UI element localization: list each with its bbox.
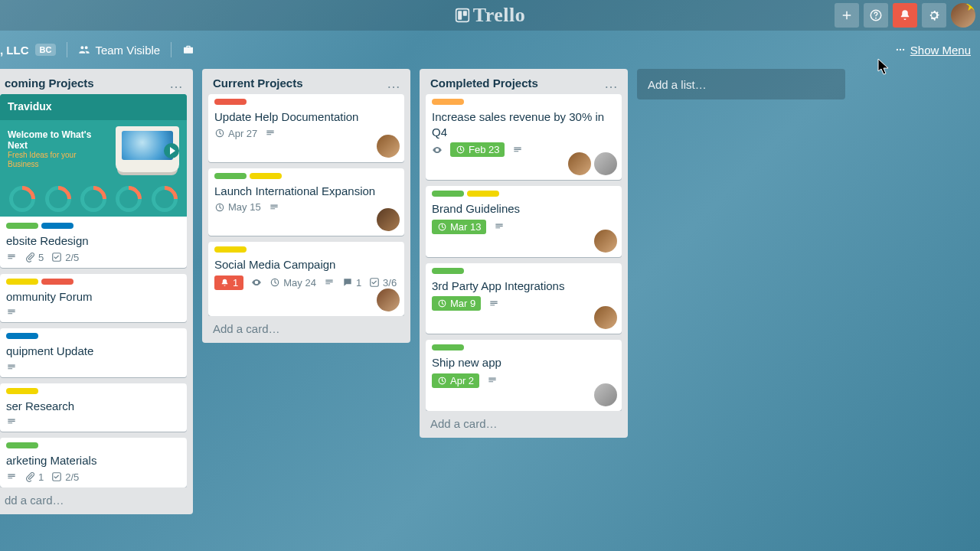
card-labels [6, 223, 181, 229]
notifications-button[interactable] [893, 3, 917, 28]
label-orange[interactable] [432, 99, 464, 105]
card-labels [6, 388, 181, 394]
member-avatar[interactable] [377, 289, 400, 311]
board-org[interactable]: , LLC BC [0, 44, 56, 57]
description-icon [269, 202, 279, 213]
label-green[interactable] [6, 223, 38, 229]
card[interactable]: Social Media Campaign1May 2413/6 [208, 242, 404, 316]
card[interactable]: ommunity Forum [0, 274, 187, 323]
checklist-icon [51, 471, 62, 482]
plus-icon [840, 8, 854, 22]
label-red[interactable] [41, 279, 74, 285]
label-green[interactable] [432, 191, 464, 197]
due-badge: Mar 13 [432, 220, 486, 234]
add-card-button[interactable]: dd a card… [0, 487, 187, 508]
description-icon [6, 416, 17, 427]
label-green[interactable] [432, 268, 464, 274]
card[interactable]: quipment Update [0, 328, 187, 377]
user-avatar[interactable] [951, 3, 975, 28]
label-yellow[interactable] [6, 279, 38, 285]
card[interactable]: Update Help DocumentationApr 27 [208, 94, 404, 162]
settings-button[interactable] [922, 3, 946, 28]
due-badge: Apr 2 [432, 373, 479, 388]
check-count: 2/5 [65, 252, 79, 263]
card-title: Launch International Expansion [214, 184, 398, 199]
description-icon [494, 221, 505, 232]
list-menu-button[interactable]: … [387, 80, 401, 87]
member-avatar[interactable] [594, 152, 617, 175]
attach-count: 1 [38, 471, 44, 483]
app-logo[interactable]: Trello [455, 4, 525, 27]
card-badges: May 15 [214, 201, 398, 213]
add-list-button[interactable]: Add a list… [637, 69, 845, 99]
cover-brand: Travidux [0, 94, 187, 120]
comment-icon [342, 277, 353, 288]
label-blue[interactable] [41, 223, 74, 229]
member-avatar[interactable] [594, 306, 617, 329]
list-title[interactable]: Completed Projects [430, 77, 538, 90]
board-canvas[interactable]: coming Projects … Travidux Welcome to Wh… [0, 69, 980, 551]
card-title: quipment Update [6, 344, 181, 359]
people-icon [78, 44, 90, 56]
description-badge [6, 307, 17, 318]
checklist-badge: 2/5 [51, 471, 79, 483]
list-title[interactable]: coming Projects [5, 77, 94, 90]
checklist-badge: 3/6 [369, 277, 397, 289]
member-avatar[interactable] [594, 230, 617, 253]
label-yellow[interactable] [467, 191, 499, 197]
card[interactable]: Travidux Welcome to What's NextFresh Ide… [0, 94, 187, 268]
clock-icon [437, 376, 447, 386]
show-menu-button[interactable]: Show Menu [895, 44, 971, 57]
card-members [568, 152, 617, 175]
date-text: Apr 27 [228, 128, 257, 139]
card[interactable]: 3rd Party App IntegrationsMar 9 [426, 263, 622, 334]
card-title: arketing Materials [6, 453, 181, 468]
attachment-badge: 1 [24, 471, 44, 483]
card-title: Social Media Campaign [214, 257, 398, 272]
member-avatar[interactable] [377, 135, 400, 158]
card-badges [6, 307, 181, 318]
label-red[interactable] [214, 99, 247, 105]
attachment-badge: 5 [24, 252, 44, 263]
board-icon [455, 8, 470, 23]
due-text: Mar 9 [450, 298, 475, 309]
label-green[interactable] [214, 173, 247, 179]
org-badge: BC [35, 44, 57, 56]
card-labels [214, 246, 398, 253]
label-green[interactable] [432, 344, 464, 350]
card-labels [214, 173, 398, 179]
briefcase-icon[interactable] [182, 44, 194, 56]
member-avatar[interactable] [377, 208, 400, 231]
card[interactable]: Launch International ExpansionMay 15 [208, 168, 404, 236]
due-text: Mar 13 [450, 221, 481, 233]
label-yellow[interactable] [250, 173, 282, 179]
card-title: ser Research [6, 399, 181, 414]
board-visibility[interactable]: Team Visible [78, 44, 160, 57]
due-badge: Mar 9 [432, 296, 481, 311]
card[interactable]: Brand GuidelinesMar 13 [426, 186, 622, 257]
list-menu-button[interactable]: … [604, 80, 619, 87]
date-badge: May 15 [214, 201, 261, 213]
add-card-button[interactable]: Add a card… [208, 316, 404, 337]
card[interactable]: Increase sales revenue by 30% in Q4Feb 2… [426, 94, 622, 180]
list-menu-button[interactable]: … [169, 80, 184, 87]
create-button[interactable] [835, 3, 859, 28]
card-members [594, 383, 617, 406]
member-avatar[interactable] [568, 152, 591, 175]
card[interactable]: arketing Materials12/5 [0, 438, 187, 487]
label-blue[interactable] [6, 333, 38, 339]
check-count: 3/6 [383, 277, 397, 289]
add-card-button[interactable]: Add a card… [426, 411, 622, 432]
list-title[interactable]: Current Projects [213, 77, 303, 90]
label-yellow[interactable] [214, 246, 247, 253]
card-badges: 12/5 [6, 471, 181, 483]
label-yellow[interactable] [6, 388, 38, 394]
card-labels [6, 442, 181, 448]
card[interactable]: Ship new appApr 2 [426, 340, 622, 411]
member-avatar[interactable] [594, 383, 617, 406]
help-button[interactable] [864, 3, 888, 28]
card[interactable]: ser Research [0, 383, 187, 432]
card-badges: Apr 27 [214, 128, 398, 139]
date-text: May 15 [228, 201, 261, 213]
label-green[interactable] [6, 442, 38, 448]
